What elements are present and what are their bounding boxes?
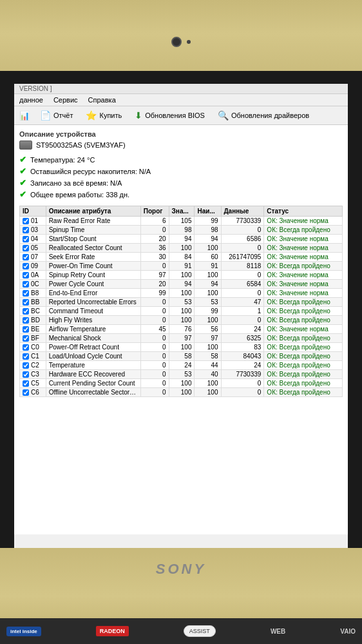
table-row[interactable]: C6Offline Uncorrectable Sector C...01001… [20,388,343,397]
laptop-top-bezel [0,0,362,84]
cell-threshold: 0 [140,361,169,370]
cell-worst: 56 [195,325,221,334]
cell-status: ОК: Всегда пройдено [264,307,343,316]
cell-status: ОК: Всегда пройдено [264,361,343,370]
table-row[interactable]: C3Hardware ECC Recovered053407730339ОК: … [20,370,343,379]
report-button[interactable]: 📄 Отчёт [37,109,75,122]
cell-threshold: 0 [140,307,169,316]
cell-status: ОК: Значение норма [264,217,343,226]
row-checkbox[interactable] [23,389,29,396]
status-resource: ✔ Оставшийся ресурс накопителя: N/A [19,166,343,176]
cell-attr-name: Command Timeout [46,307,140,316]
row-checkbox[interactable] [23,254,29,260]
table-row[interactable]: 05Reallocated Sector Count361001000ОК: З… [20,244,343,253]
application-window: VERSION ] данное Сервис Справка 📊 📄 Отчё… [14,84,348,548]
row-checkbox[interactable] [23,353,29,360]
cell-attr-name: Load/Unload Cycle Count [46,352,140,361]
table-row[interactable]: 07Seek Error Rate308460261747095ОК: Знач… [20,253,343,262]
table-row[interactable]: 0ASpinup Retry Count971001000ОК: Значени… [20,271,343,280]
row-checkbox[interactable] [23,380,29,387]
row-checkbox[interactable] [23,218,29,224]
cell-data: 1 [221,307,264,316]
table-row[interactable]: BCCommand Timeout0100991ОК: Всегда пройд… [20,307,343,316]
menu-help[interactable]: Справка [88,96,116,104]
cell-worst: 100 [195,379,221,388]
cell-id: B8 [20,289,46,298]
row-checkbox[interactable] [23,299,29,306]
hdd-icon [19,141,32,150]
table-header: ID Описание атрибута Порог Зна... Наи... [20,206,343,217]
screen-frame-right [348,84,362,548]
menu-data[interactable]: данное [19,96,43,104]
table-row[interactable]: C5Current Pending Sector Count01001000ОК… [20,379,343,388]
row-checkbox[interactable] [23,281,29,288]
buy-button[interactable]: ⭐ Купить [83,109,124,122]
web-badge: WEB [271,628,285,635]
row-checkbox[interactable] [23,227,29,233]
cell-status: ОК: Значение норма [264,271,343,280]
resource-text: Оставшийся ресурс накопителя: N/A [30,168,151,175]
menu-service[interactable]: Сервис [53,96,78,104]
cell-attr-name: Seek Error Rate [46,253,140,262]
cell-worst: 100 [195,289,221,298]
drivers-update-button[interactable]: 🔍 Обновления драйверов [215,109,312,122]
row-checkbox[interactable] [23,263,29,269]
cell-threshold: 30 [140,253,169,262]
drivers-label: Обновления драйверов [231,112,309,119]
cell-value: 58 [169,352,195,361]
cell-status: ОК: Всегда пройдено [264,262,343,271]
row-checkbox[interactable] [23,236,29,242]
intel-badge: intel inside [6,627,41,636]
cell-worst: 99 [195,217,221,226]
row-checkbox[interactable] [23,272,29,278]
status-uptime: ✔ Общее время работы: 338 дн. [19,190,343,199]
table-row[interactable]: 09Power-On Time Count091918118ОК: Всегда… [20,262,343,271]
cell-id: BC [20,307,46,316]
cell-id: C2 [20,361,46,370]
cell-id: 05 [20,244,46,253]
table-row[interactable]: 03Spinup Time098980ОК: Всегда пройдено [20,226,343,235]
row-checkbox[interactable] [23,317,29,324]
table-row[interactable]: 04Start/Stop Count2094946586ОК: Значение… [20,235,343,244]
table-row[interactable]: BDHigh Fly Writes01001000ОК: Всегда прой… [20,316,343,325]
cell-threshold: 0 [140,352,169,361]
table-row[interactable]: 0CPower Cycle Count2094946584ОК: Значени… [20,280,343,289]
cell-id: 07 [20,253,46,262]
cell-id: C5 [20,379,46,388]
cell-id: C3 [20,370,46,379]
cell-status: ОК: Значение норма [264,289,343,298]
table-row[interactable]: C1Load/Unload Cycle Count0585884043ОК: В… [20,352,343,361]
cell-data: 24 [221,325,264,334]
row-checkbox[interactable] [23,308,29,315]
cell-attr-name: Mechanical Shock [46,334,140,343]
col-header-name: Описание атрибута [46,206,140,217]
row-checkbox[interactable] [23,362,29,369]
row-checkbox[interactable] [23,326,29,333]
row-checkbox[interactable] [23,335,29,342]
row-checkbox[interactable] [23,371,29,378]
star-icon: ⭐ [86,110,97,121]
device-description-label: Описание устройства [19,130,343,138]
cell-status: ОК: Всегда пройдено [264,379,343,388]
cell-worst: 98 [195,226,221,235]
cell-id: 01 [20,217,46,226]
table-row[interactable]: C0Power-Off Retract Count010010083ОК: Вс… [20,343,343,352]
status-temperature: ✔ Температура: 24 °C [19,155,343,164]
cell-threshold: 6 [140,217,169,226]
row-checkbox[interactable] [23,290,29,297]
table-row[interactable]: 01Raw Read Error Rate6105997730339ОК: Зн… [20,217,343,226]
row-checkbox[interactable] [23,245,29,251]
table-row[interactable]: B8End-to-End Error991001000ОК: Значение … [20,289,343,298]
table-row[interactable]: BEAirflow Temperature45765624ОК: Значени… [20,325,343,334]
cell-attr-name: Spinup Retry Count [46,271,140,280]
table-row[interactable]: BFMechanical Shock097976325ОК: Всегда пр… [20,334,343,343]
cell-threshold: 0 [140,334,169,343]
cell-threshold: 0 [140,262,169,271]
row-checkbox[interactable] [23,344,29,351]
bios-update-button[interactable]: ⬇ Обновления BIOS [132,109,207,122]
col-header-worst: Наи... [195,206,221,217]
table-row[interactable]: BBReported Uncorrectable Errors0535347ОК… [20,298,343,307]
cell-value: 24 [169,361,195,370]
table-row[interactable]: C2Temperature0244424ОК: Всегда пройдено [20,361,343,370]
cell-value: 94 [169,280,195,289]
